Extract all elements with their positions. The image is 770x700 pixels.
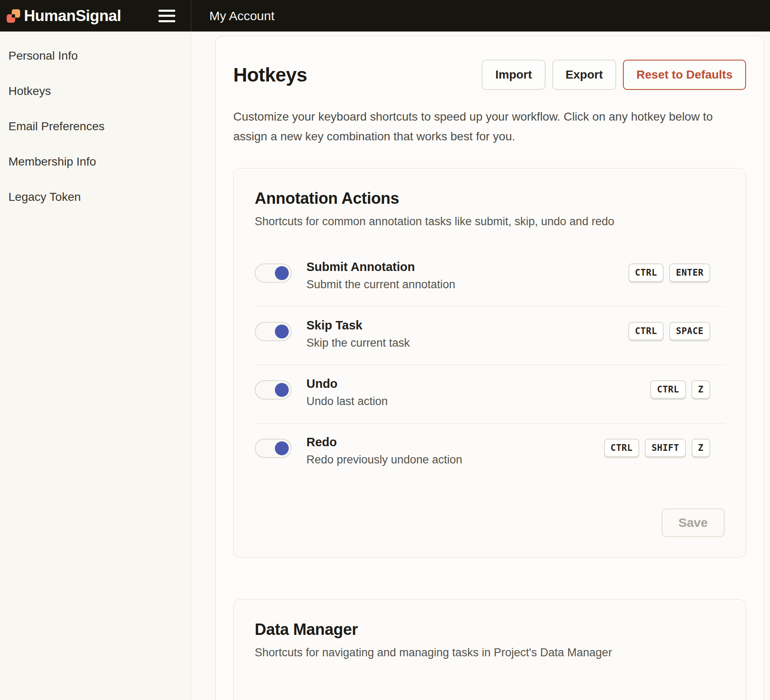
annotation-actions-card: Annotation Actions Shortcuts for common …	[233, 168, 746, 558]
account-sidebar: Personal Info Hotkeys Email Preferences …	[0, 32, 191, 700]
hamburger-menu-icon[interactable]	[158, 9, 175, 23]
redo-toggle[interactable]	[255, 439, 292, 458]
section-subtitle: Shortcuts for common annotation tasks li…	[255, 215, 725, 228]
brand-name: HumanSignal	[24, 7, 121, 25]
hotkey-title: Undo	[306, 377, 388, 391]
section-title: Annotation Actions	[255, 189, 725, 208]
hotkey-combination[interactable]: CTRL SHIFT Z	[604, 439, 710, 457]
humansignal-logo-icon	[7, 9, 20, 23]
sidebar-item-legacy-token[interactable]: Legacy Token	[0, 179, 191, 215]
save-row: Save	[255, 508, 725, 537]
sidebar-item-personal-info[interactable]: Personal Info	[0, 38, 191, 74]
hotkey-row-undo: Undo Undo last action CTRL Z	[255, 365, 725, 424]
hotkey-title: Redo	[306, 435, 462, 449]
sidebar-item-email-preferences[interactable]: Email Preferences	[0, 109, 191, 144]
import-button[interactable]: Import	[482, 60, 545, 90]
reset-to-defaults-button[interactable]: Reset to Defaults	[623, 60, 746, 90]
hotkey-row-redo: Redo Redo previously undone action CTRL …	[255, 424, 725, 482]
page-title: Hotkeys	[233, 63, 307, 86]
sidebar-item-membership-info[interactable]: Membership Info	[0, 144, 191, 179]
hotkey-row-skip-task: Skip Task Skip the current task CTRL SPA…	[255, 307, 725, 365]
main-content: Hotkeys Import Export Reset to Defaults …	[191, 32, 770, 700]
brand[interactable]: HumanSignal	[7, 7, 121, 25]
export-button[interactable]: Export	[552, 60, 617, 90]
toggle-knob	[275, 442, 289, 455]
hotkeys-panel: Hotkeys Import Export Reset to Defaults …	[215, 36, 764, 700]
row-text: Skip Task Skip the current task	[306, 318, 410, 350]
keycap: CTRL	[628, 263, 664, 282]
page-header-title: My Account	[209, 9, 274, 23]
undo-toggle[interactable]	[255, 380, 292, 400]
hotkey-description: Submit the current annotation	[306, 278, 455, 291]
keycap: ENTER	[669, 263, 710, 282]
keycap: CTRL	[628, 322, 664, 340]
hotkey-description: Undo last action	[306, 395, 388, 408]
keycap: CTRL	[650, 380, 686, 399]
hotkey-title: Skip Task	[306, 318, 410, 332]
hotkey-rows: Submit Annotation Submit the current ann…	[255, 248, 725, 482]
submit-annotation-toggle[interactable]	[255, 263, 292, 283]
toggle-knob	[275, 266, 289, 280]
keycap: Z	[691, 439, 710, 457]
topbar-brand-section: HumanSignal	[0, 0, 191, 32]
save-button[interactable]: Save	[662, 508, 725, 537]
hotkeys-description: Customize your keyboard shortcuts to spe…	[233, 107, 744, 146]
keycap: Z	[691, 380, 710, 399]
section-subtitle: Shortcuts for navigating and managing ta…	[255, 646, 725, 659]
top-bar: HumanSignal My Account	[0, 0, 770, 32]
sidebar-item-hotkeys[interactable]: Hotkeys	[0, 74, 191, 109]
data-manager-card: Data Manager Shortcuts for navigating an…	[233, 599, 746, 700]
keycap: CTRL	[604, 439, 640, 457]
row-text: Redo Redo previously undone action	[306, 435, 462, 466]
keycap: SHIFT	[645, 439, 686, 457]
hotkey-combination[interactable]: CTRL Z	[650, 380, 710, 399]
skip-task-toggle[interactable]	[255, 322, 292, 341]
hotkey-description: Redo previously undone action	[306, 453, 462, 466]
hotkeys-header: Hotkeys Import Export Reset to Defaults	[233, 60, 746, 90]
hotkey-row-submit-annotation: Submit Annotation Submit the current ann…	[255, 248, 725, 307]
keycap: SPACE	[669, 322, 710, 340]
row-text: Submit Annotation Submit the current ann…	[306, 260, 455, 291]
section-title: Data Manager	[255, 621, 725, 639]
row-text: Undo Undo last action	[306, 377, 388, 408]
toggle-knob	[275, 325, 289, 339]
hotkey-title: Submit Annotation	[306, 260, 455, 274]
hotkey-description: Skip the current task	[306, 337, 410, 350]
hotkey-combination[interactable]: CTRL SPACE	[628, 322, 710, 340]
toggle-knob	[275, 383, 289, 397]
hotkey-combination[interactable]: CTRL ENTER	[628, 263, 710, 282]
header-buttons: Import Export Reset to Defaults	[482, 60, 746, 90]
